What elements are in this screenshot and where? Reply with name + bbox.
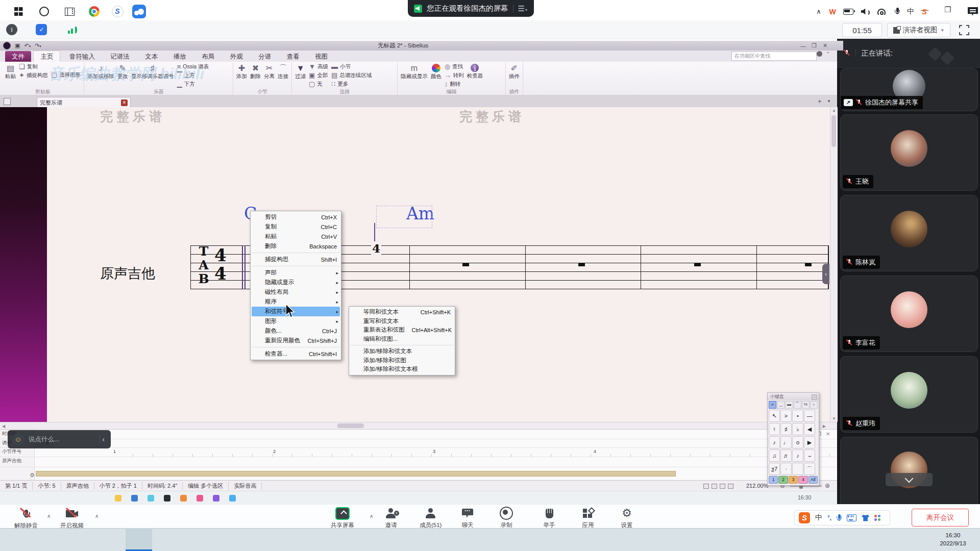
- ime-toolbar[interactable]: S 中 °,: [794, 510, 890, 525]
- voice-button[interactable]: 1: [769, 476, 778, 484]
- ribbon-button[interactable]: ⌒ 连接: [278, 63, 288, 88]
- keypad-title[interactable]: 小键盘: [768, 393, 819, 400]
- sibelius-title-bar[interactable]: ▣ ↶▾ ↷▾ 无标题 2* - Sibelius — ❐ ✕: [0, 41, 843, 51]
- ribbon-button[interactable]: ♪ 添加或移除: [87, 63, 114, 88]
- scroll-left-icon[interactable]: ◀: [2, 424, 5, 429]
- ribbon-tab[interactable]: 视图: [308, 51, 334, 63]
- scrollbar-thumb[interactable]: [831, 115, 836, 147]
- menu-item[interactable]: 图形 ▸: [252, 316, 340, 326]
- sib-minimize-icon[interactable]: —: [800, 43, 806, 49]
- ribbon-tab[interactable]: 查看: [280, 51, 306, 63]
- sib-restore-icon[interactable]: ❐: [812, 42, 817, 49]
- ribbon-button[interactable]: ✐ 插件: [509, 63, 520, 88]
- ime-tray-icon[interactable]: 中: [904, 0, 917, 23]
- soft-keyboard-icon[interactable]: [847, 514, 856, 521]
- ribbon-tab[interactable]: 播放: [167, 51, 193, 63]
- voice-input-icon[interactable]: [837, 514, 842, 522]
- keypad-key[interactable]: ♫: [769, 449, 780, 462]
- ribbon-button[interactable]: ✖ 删除: [250, 63, 261, 88]
- meeting-app-icon[interactable]: [126, 0, 152, 23]
- keypad-tab[interactable]: ♭: [810, 401, 818, 409]
- mic-tray-icon[interactable]: [891, 0, 903, 23]
- keypad-key[interactable]: ♭: [792, 423, 803, 435]
- timeline-overview-row[interactable]: ⚙: [0, 467, 837, 480]
- menu-item[interactable]: 删除 Backspace: [252, 241, 340, 251]
- menu-item[interactable]: 重写和弦文本: [350, 317, 454, 326]
- menu-item[interactable]: 添加/移除和弦文本: [350, 347, 454, 356]
- voice-button[interactable]: 3: [789, 476, 798, 484]
- ribbon-tab[interactable]: 文本: [138, 51, 164, 63]
- participant-tile[interactable]: 李富花: [840, 276, 978, 352]
- voice-button[interactable]: 2: [778, 476, 788, 484]
- menu-item[interactable]: 复制 Ctrl+C: [252, 222, 340, 232]
- menu-item[interactable]: 和弦符号 ▸: [252, 307, 340, 316]
- menu-item[interactable]: 添加/移除和弦文本根: [350, 365, 454, 374]
- vertical-scrollbar[interactable]: ▲ ▼: [830, 107, 838, 422]
- scroll-up-icon[interactable]: ▲: [832, 108, 836, 113]
- part-overview-bar[interactable]: [36, 471, 676, 477]
- ribbon-button[interactable]: ▼ 高级: [309, 63, 328, 71]
- timeline-ruler-row[interactable]: 小节序号 1234: [0, 447, 837, 457]
- ribbon-search-input[interactable]: 在功能区中查找: [731, 52, 817, 61]
- ribbon-tab[interactable]: 外观: [224, 51, 250, 63]
- document-tab[interactable]: 完整乐谱 ✕: [37, 97, 131, 108]
- keypad-tab[interactable]: ‿: [777, 401, 785, 409]
- ribbon-button[interactable]: ▢ 选择图形: [51, 63, 81, 87]
- ribbon-button[interactable]: ▬ 小节: [331, 63, 372, 71]
- keypad-key[interactable]: ◀: [804, 423, 815, 435]
- chat-button[interactable]: 聊天: [460, 507, 475, 529]
- rest-symbol[interactable]: [578, 263, 585, 266]
- close-panel-icon[interactable]: ✕: [826, 431, 830, 437]
- meeting-info-icon[interactable]: i: [6, 24, 17, 35]
- keypad-tab[interactable]: ⌒: [794, 401, 801, 409]
- ribbon-button[interactable]: ● 颜色: [431, 63, 442, 88]
- ribbon-button[interactable]: ▔ 上方: [177, 71, 209, 80]
- new-tab-icon[interactable]: +: [818, 97, 822, 105]
- keypad-tab[interactable]: o: [769, 401, 776, 409]
- keypad-key[interactable]: ♮: [769, 423, 780, 435]
- menu-item[interactable]: 颜色... Ctrl+J: [252, 326, 340, 336]
- ribbon-button[interactable]: ∷ 更多: [331, 80, 372, 88]
- keypad-key[interactable]: ♪: [792, 449, 803, 462]
- keypad-key[interactable]: >: [780, 410, 792, 422]
- sogou-tray-icon[interactable]: S: [918, 0, 931, 23]
- notification-center-icon[interactable]: [967, 0, 979, 23]
- sib-close-icon[interactable]: ✕: [823, 42, 827, 49]
- view-toggle-icons[interactable]: [703, 484, 736, 490]
- keypad-key[interactable]: o: [792, 436, 803, 448]
- share-screen-button[interactable]: 共享屏幕: [331, 507, 354, 529]
- keypad-key[interactable]: ·: [780, 463, 792, 475]
- zoom-in-icon[interactable]: ⊕: [825, 482, 830, 489]
- skin-icon[interactable]: [862, 515, 869, 521]
- participant-tile[interactable]: 王晓: [840, 114, 978, 191]
- keypad-key[interactable]: •: [792, 410, 803, 422]
- mic-options-chevron[interactable]: ∧: [47, 513, 51, 519]
- menu-item[interactable]: 重新表达和弦图 Ctrl+Alt+Shift+K: [350, 325, 454, 335]
- maximize-button[interactable]: ❐: [944, 5, 951, 15]
- ribbon-button[interactable]: ▁ 下方: [177, 80, 209, 88]
- tab-list-icon[interactable]: [4, 98, 11, 105]
- keypad-key[interactable]: ♯: [780, 423, 792, 435]
- menu-item[interactable]: 捕捉构思 Shift+I: [252, 255, 340, 264]
- participant-tile[interactable]: 赵重玮: [840, 356, 978, 433]
- ime-mode-toggle[interactable]: 中: [815, 513, 822, 522]
- keypad-panel[interactable]: 小键盘 o‿▬⌒%♭ ↖>•— ♮♯♭◀ ♪♩o▶ ♫♬♪⌣: [767, 392, 819, 486]
- wifi-icon[interactable]: [875, 0, 889, 23]
- ribbon-button[interactable]: ✚ 添加: [236, 63, 247, 88]
- ribbon-tab[interactable]: 分谱: [252, 51, 278, 63]
- voice-button[interactable]: 4: [798, 476, 807, 484]
- start-video-button[interactable]: 开启视频: [60, 507, 84, 530]
- menu-item[interactable]: 剪切 Ctrl+X: [252, 212, 340, 222]
- rest-symbol[interactable]: [805, 263, 812, 266]
- unmute-button[interactable]: 解除静音: [14, 507, 38, 530]
- keypad-key[interactable]: ⌒: [804, 463, 815, 475]
- ribbon-button[interactable]: ▤ 总谱连续区域: [331, 71, 372, 80]
- chat-quick-input[interactable]: ☺ 说点什么... ‹: [8, 430, 111, 448]
- camera-options-chevron[interactable]: ∧: [95, 513, 99, 519]
- ribbon-button[interactable]: ❏ 复制: [19, 63, 48, 71]
- ribbon-button[interactable]: ♯ 显示移调乐器调号: [131, 63, 174, 88]
- menu-item[interactable]: 等同和弦文本 Ctrl+Shift+K: [350, 308, 454, 317]
- ribbon-button[interactable]: ≡ Ossia 谱表: [177, 63, 209, 71]
- emoji-icon[interactable]: ☺: [12, 433, 24, 446]
- ribbon-tab[interactable]: 音符输入: [63, 51, 102, 63]
